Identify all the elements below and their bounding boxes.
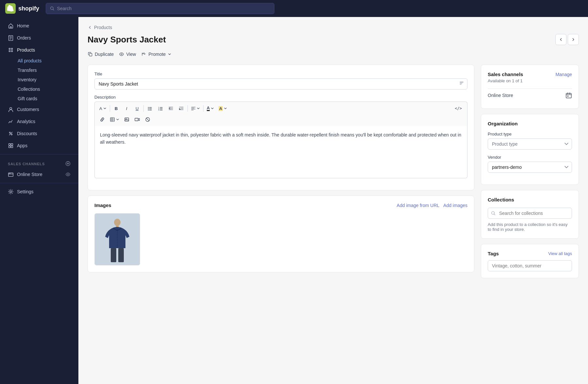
sidebar-item-analytics[interactable]: Analytics	[3, 116, 76, 127]
prev-product-btn[interactable]	[555, 34, 566, 45]
breadcrumb: Products	[88, 25, 579, 30]
svg-point-23	[148, 110, 148, 110]
title-icon	[459, 81, 464, 87]
sidebar-item-discounts[interactable]: Discounts	[3, 128, 76, 139]
sales-channels-card-title: Sales channels	[488, 72, 523, 77]
sidebar-item-orders[interactable]: Orders	[3, 32, 76, 44]
sidebar-sub-transfers[interactable]: Transfers	[15, 66, 76, 75]
search-bar[interactable]	[46, 3, 274, 14]
add-image-url-btn[interactable]: Add image from URL	[397, 203, 439, 208]
rte-highlight-btn[interactable]: A	[217, 104, 229, 113]
main-col: Title	[88, 65, 474, 272]
layout: Home Orders Products All products Transf…	[0, 17, 588, 384]
svg-point-4	[9, 132, 11, 134]
view-all-tags-btn[interactable]: View all tags	[548, 251, 572, 256]
rte-italic-btn[interactable]: I	[122, 104, 132, 113]
rte-paragraph-btn[interactable]: A	[97, 104, 108, 113]
sidebar-item-discounts-label: Discounts	[17, 131, 37, 136]
next-product-btn[interactable]	[568, 34, 579, 45]
product-type-select[interactable]: Product type	[488, 138, 572, 150]
svg-rect-18	[460, 82, 463, 82]
vendor-select[interactable]: partners-demo	[488, 162, 572, 173]
duplicate-label: Duplicate	[95, 52, 114, 57]
description-label: Description	[94, 95, 467, 100]
organization-card: Organization Product type Product type V…	[481, 114, 579, 185]
svg-rect-6	[9, 144, 10, 145]
duplicate-btn[interactable]: Duplicate	[88, 50, 114, 58]
rte-link-btn[interactable]	[97, 115, 107, 124]
sidebar-divider	[0, 154, 78, 154]
view-btn[interactable]: View	[119, 50, 136, 58]
title-description-card: Title	[88, 65, 474, 190]
title-input-wrapper	[94, 78, 467, 89]
rte-underline-btn[interactable]: U	[132, 104, 142, 113]
rte-outdent-btn[interactable]	[166, 104, 176, 113]
apps-icon	[8, 143, 14, 149]
images-header: Images Add image from URL Add images	[94, 202, 467, 208]
page-header: Navy Sports Jacket	[88, 34, 579, 45]
sidebar-item-home[interactable]: Home	[3, 20, 76, 32]
rte-align-btn[interactable]	[189, 104, 202, 113]
rte-bold-btn[interactable]: B	[111, 104, 121, 113]
rte-code-btn[interactable]: </>	[452, 104, 465, 113]
sidebar-item-analytics-label: Analytics	[17, 119, 35, 124]
analytics-icon	[8, 119, 14, 124]
product-image-thumb[interactable]	[94, 213, 140, 265]
calendar-icon[interactable]	[565, 92, 572, 99]
rte-table-btn[interactable]	[108, 115, 121, 124]
plus-circle-icon	[65, 161, 71, 166]
collections-search-input[interactable]	[488, 208, 572, 219]
svg-point-3	[10, 107, 12, 109]
svg-rect-19	[460, 83, 462, 84]
rte-image-btn[interactable]	[122, 115, 132, 124]
sidebar-sub-inventory[interactable]: Inventory	[15, 75, 76, 84]
eye-icon[interactable]	[65, 172, 71, 177]
title-label: Title	[94, 72, 467, 76]
add-images-btn[interactable]: Add images	[443, 203, 467, 208]
sidebar-sub-collections[interactable]: Collections	[15, 85, 76, 94]
add-sales-channel-btn[interactable]	[65, 161, 71, 167]
arrow-left-icon	[559, 37, 563, 42]
sidebar-item-online-store[interactable]: Online Store	[3, 168, 76, 180]
description-body[interactable]: Long-sleeved navy waterproof jacket in t…	[94, 126, 467, 178]
rte-bullet-list-btn[interactable]	[145, 104, 155, 113]
collections-card: Collections Add this product to a collec…	[481, 190, 579, 239]
svg-rect-8	[9, 146, 10, 148]
sidebar-sub-all-products[interactable]: All products	[15, 56, 76, 65]
images-actions: Add image from URL Add images	[397, 203, 467, 208]
rte-video-btn[interactable]	[132, 115, 142, 124]
sidebar-item-products[interactable]: Products	[3, 44, 76, 56]
align-icon	[191, 106, 196, 111]
rte-highlight-a: A	[219, 106, 223, 111]
side-col: Sales channels Manage Available on 1 of …	[481, 65, 579, 278]
sidebar-item-home-label: Home	[17, 23, 29, 28]
tags-input[interactable]	[488, 260, 572, 271]
svg-point-21	[148, 107, 148, 108]
sidebar-item-customers[interactable]: Customers	[3, 104, 76, 115]
rte-clear-btn[interactable]	[143, 115, 153, 124]
sidebar-item-settings-label: Settings	[17, 189, 34, 194]
view-icon	[119, 52, 124, 57]
images-card: Images Add image from URL Add images	[88, 196, 474, 272]
view-label: View	[126, 52, 136, 57]
page-nav-arrows	[555, 34, 579, 45]
breadcrumb-products-link[interactable]: Products	[94, 25, 112, 30]
search-input[interactable]	[57, 6, 270, 11]
text-color-chevron	[211, 107, 214, 110]
sidebar-sub-gift-cards[interactable]: Gift cards	[15, 94, 76, 103]
home-icon	[8, 23, 14, 29]
svg-rect-28	[125, 118, 129, 121]
rte-numbered-list-btn[interactable]: 1. 2. 3.	[155, 104, 165, 113]
rte-indent-btn[interactable]	[176, 104, 186, 113]
rte-text-color-btn[interactable]: A	[205, 104, 216, 113]
sidebar-item-apps[interactable]: Apps	[3, 140, 76, 152]
sidebar-item-settings[interactable]: Settings	[3, 186, 76, 198]
svg-point-12	[9, 173, 10, 174]
promote-btn[interactable]: Promote	[141, 50, 172, 58]
sidebar-item-products-label: Products	[17, 47, 35, 53]
collections-search-icon	[491, 211, 496, 216]
title-input[interactable]	[94, 78, 467, 89]
manage-btn[interactable]: Manage	[555, 72, 572, 77]
sidebar-divider-2	[0, 183, 78, 183]
promote-icon	[141, 52, 146, 57]
